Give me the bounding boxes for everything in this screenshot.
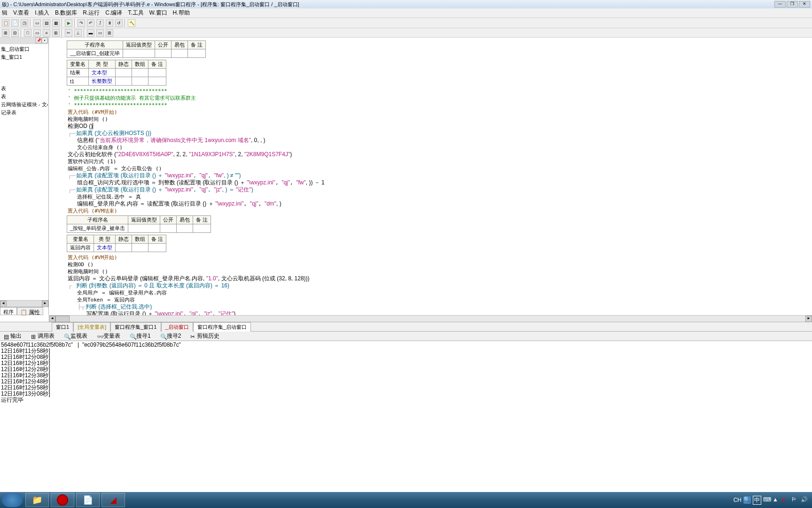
toolbar-pause-icon[interactable]: ⏸	[106, 19, 113, 27]
tree-item[interactable]: 记录表	[1, 109, 47, 117]
tab-search2[interactable]: 🔍搜寻2	[157, 331, 184, 341]
toolbar-stepinto-icon[interactable]: ↶	[87, 19, 94, 27]
code-line[interactable]: 置入代码 (#VM开始)	[68, 254, 808, 261]
maximize-button[interactable]: ❐	[787, 1, 798, 8]
code-line[interactable]: 全局Token ＝ 返回内容	[68, 296, 808, 303]
tray-chevron-up-icon[interactable]: ▲	[773, 496, 780, 504]
scroll-thumb[interactable]	[55, 316, 70, 322]
code-line[interactable]: 文心云结束自身 ()	[68, 144, 808, 151]
td[interactable]	[128, 224, 160, 233]
code-line[interactable]: 置入代码 (#VM开始)	[68, 109, 808, 116]
td[interactable]	[148, 77, 166, 86]
td[interactable]	[193, 224, 211, 233]
tb2-btn6-icon[interactable]: ⊞	[52, 29, 60, 37]
output-panel[interactable]: 5648e607f11c36b2f5f08b7c" | "ec0979b2564…	[0, 341, 812, 383]
close-button[interactable]: ✕	[799, 1, 810, 8]
menu-database[interactable]: B.数据库	[55, 9, 77, 17]
tab-vars[interactable]: 👓变量表	[94, 331, 123, 341]
tb2-btn5-icon[interactable]: ≡	[43, 29, 50, 37]
code-line[interactable]: 编辑框_公告.内容 ＝ 文心云取公告 ()	[68, 165, 808, 172]
tree-item[interactable]: 表	[1, 85, 47, 93]
tab-start-window[interactable]: _启动窗口	[161, 322, 193, 332]
taskbar-explorer[interactable]: 📁	[25, 493, 49, 507]
code-line[interactable]: ┌─如果真 (读配置项 (取运行目录 () ＋ "\wxypz.ini", "q…	[68, 172, 808, 179]
tb2-btn2-icon[interactable]: ⊟	[11, 29, 19, 37]
td[interactable]: _按钮_单码登录_被单击	[67, 224, 128, 233]
code-line[interactable]: 全局用户 ＝ 编辑框_登录用户名.内容	[68, 289, 808, 296]
td[interactable]: 长整数型	[89, 77, 116, 86]
toolbar-paste-icon[interactable]: 📄	[11, 19, 19, 27]
tray-lang[interactable]: CH	[734, 497, 742, 503]
tree-item[interactable]: 集_窗口1	[1, 53, 47, 61]
td[interactable]	[155, 49, 172, 58]
toolbar-run-icon[interactable]: ▶	[65, 19, 72, 27]
tab-program[interactable]: 程序	[0, 307, 17, 315]
tab-progset-win1[interactable]: 窗口程序集_窗口1	[110, 322, 161, 332]
tree-item[interactable]: 云网络验证模块 - 文心	[1, 101, 47, 109]
tb2-btn11-icon[interactable]: ⊞	[106, 29, 113, 37]
panel-close-icon[interactable]: ×	[42, 38, 47, 43]
td[interactable]	[132, 77, 148, 86]
tab-watch[interactable]: 🔍监视表	[61, 331, 90, 341]
code-line[interactable]: 检测OD ()	[68, 123, 808, 130]
code-line[interactable]: ' 例子只提供基础的功能演示 有其它需求可以联系群主	[68, 95, 808, 102]
toolbar-stop-icon[interactable]: ↺	[115, 19, 123, 27]
tab-output[interactable]: ▤输出	[1, 331, 24, 341]
menu-edit[interactable]: 辑	[2, 9, 8, 17]
tray-zh[interactable]: 中	[753, 496, 761, 505]
code-line[interactable]: 检测OD ()	[68, 261, 808, 268]
tb2-btn3-icon[interactable]: □	[24, 29, 31, 37]
tree-item[interactable]: 表	[1, 93, 47, 101]
td[interactable]: 文本型	[94, 244, 116, 252]
td[interactable]	[148, 69, 166, 77]
scroll-right-icon[interactable]: ►	[805, 316, 812, 322]
code-line[interactable]: ' ******************************	[68, 102, 808, 109]
tab-start-window-set[interactable]: 窗口程序集_启动窗口	[193, 322, 251, 332]
project-tree[interactable]: 集_启动窗口 集_窗口1 表 表 云网络验证模块 - 文心 记录表	[0, 44, 48, 300]
toolbar-grid-icon[interactable]: ▦	[52, 19, 60, 27]
tab-window1[interactable]: 窗口1	[52, 322, 73, 332]
code-line[interactable]: 选择框_记住我.选中 ＝ 真	[68, 193, 808, 200]
scroll-left-icon[interactable]: ◄	[0, 301, 7, 307]
td[interactable]	[123, 49, 155, 58]
taskbar-app4[interactable]: ◢	[102, 493, 125, 507]
tb2-btn1-icon[interactable]: ⊞	[2, 29, 9, 37]
code-line[interactable]: 返回内容 ＝ 文心云单码登录 (编辑框_登录用户名.内容, "1.0", 文心云…	[68, 275, 808, 282]
code-line[interactable]: 检测电脑时间 ()	[68, 268, 808, 275]
td[interactable]	[116, 77, 132, 86]
code-line[interactable]: 编辑框_登录用户名.内容 ＝ 读配置项 (取运行目录 () ＋ "\wxypz.…	[68, 200, 808, 207]
menu-view[interactable]: V.查看	[13, 9, 29, 17]
td[interactable]	[132, 69, 148, 77]
toolbar-stepout-icon[interactable]: ⤴	[96, 19, 104, 27]
code-line[interactable]: ├┬判断 (选择框_记住我.选中)	[68, 303, 808, 310]
toolbar-copy-icon[interactable]: 📋	[2, 19, 9, 27]
code-editor[interactable]: 子程序名返回值类型公开易包备 注 __启动窗口_创建完毕 变量名类 型静态数组备…	[49, 38, 812, 315]
td[interactable]	[177, 224, 193, 233]
code-line[interactable]: ┌─如果真 (文心云检测HOSTS ())	[68, 130, 808, 137]
taskbar-app3[interactable]: 📄	[76, 493, 100, 507]
tb2-btn9-icon[interactable]: ▬	[87, 29, 94, 37]
tab-search1[interactable]: 🔍搜寻1	[127, 331, 154, 341]
tb2-btn8-icon[interactable]: ⊥	[74, 29, 82, 37]
tb2-btn4-icon[interactable]: ▭	[33, 29, 41, 37]
td[interactable]	[116, 69, 132, 77]
scroll-left-icon[interactable]: ◄	[49, 316, 55, 322]
td[interactable]: 文本型	[89, 69, 116, 77]
scroll-right-icon[interactable]: ►	[42, 301, 48, 307]
tab-global-vars[interactable]: [全局变量表]	[73, 322, 110, 332]
code-line[interactable]: 文心云初始化软件 ("2D4E6V8X6T5I6A0P", 2, 2, "1N1…	[68, 151, 808, 158]
panel-scrollbar[interactable]: ◄ ►	[0, 300, 48, 307]
menu-tools[interactable]: T.工具	[128, 9, 143, 17]
td[interactable]	[172, 49, 188, 58]
toolbar-btn3-icon[interactable]: ◳	[21, 19, 28, 27]
menu-compile[interactable]: C.编译	[105, 9, 122, 17]
code-line[interactable]: 置入代码 (#VM结束)	[68, 207, 808, 214]
tray-rec-icon[interactable]: ●	[782, 496, 789, 504]
td[interactable]	[132, 244, 148, 252]
menu-window[interactable]: W.窗口	[149, 9, 167, 17]
editor-scrollbar-h[interactable]: ◄ ►	[49, 315, 812, 322]
menu-help[interactable]: H.帮助	[173, 9, 190, 17]
menu-run[interactable]: R.运行	[83, 9, 100, 17]
tab-callstack[interactable]: ⊞调用表	[28, 331, 57, 341]
code-line[interactable]: 置软件访问方式 (1)	[68, 158, 808, 165]
